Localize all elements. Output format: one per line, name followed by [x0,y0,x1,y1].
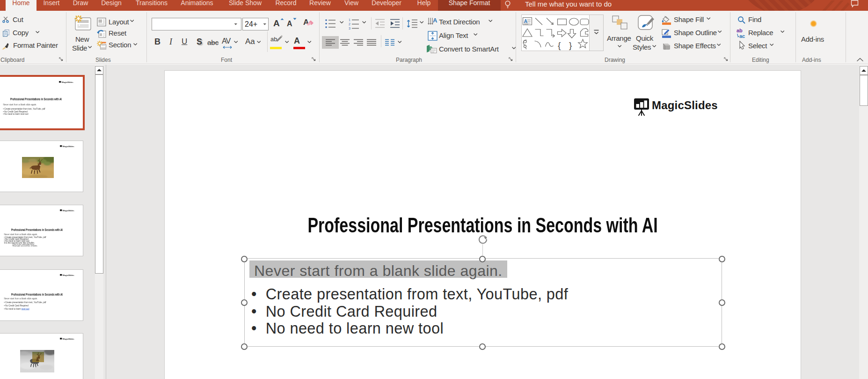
svg-text:1: 1 [349,18,350,22]
svg-text:{: { [558,40,561,50]
svg-text:A: A [524,18,528,24]
svg-text:}: } [569,40,572,50]
svg-text:ab: ab [737,28,743,33]
svg-text:ac: ac [739,33,745,38]
svg-text:3: 3 [349,27,350,30]
svg-text:A: A [433,17,438,24]
svg-text:2: 2 [349,22,350,26]
